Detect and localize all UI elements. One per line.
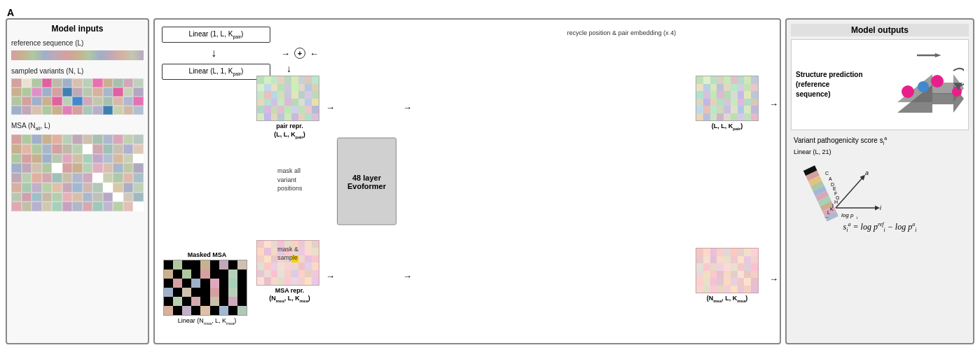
svg-line-19 bbox=[836, 176, 864, 208]
svg-text:E: E bbox=[833, 186, 836, 191]
arrow-out-2: → bbox=[769, 274, 778, 284]
left-panel: Model inputs reference sequence (L) samp… bbox=[6, 18, 149, 344]
linear-boxes: Linear (1, L, Kpair) ↓ Linear (L, 1, Kpa… bbox=[162, 27, 270, 80]
linear-out-label: Linear (L, 21) bbox=[794, 148, 831, 155]
linear-top-box: Linear (1, L, Kpair) bbox=[162, 27, 270, 43]
pair-repr-label: pair repr.(L, L, Kpair) bbox=[256, 122, 323, 140]
big-arrow-1 bbox=[917, 53, 941, 57]
svg-text:a: a bbox=[865, 169, 869, 176]
left-panel-title: Model inputs bbox=[11, 24, 144, 34]
main-container: A Model inputs reference sequence (L) sa… bbox=[0, 0, 980, 350]
middle-panel: Linear (1, L, Kpair) ↓ Linear (L, 1, Kpa… bbox=[153, 18, 781, 344]
variant-row-3 bbox=[11, 97, 144, 106]
output-pair-area: (L, L, Kpair) bbox=[696, 76, 759, 132]
output-pair-grid bbox=[696, 76, 759, 121]
structure-area: Structure prediction(reference sequence) bbox=[791, 39, 969, 130]
arrow-to-evo-2: → bbox=[326, 271, 335, 281]
svg-point-5 bbox=[918, 81, 929, 92]
structure-svg bbox=[894, 60, 964, 116]
score-area: Variant pathogenicity score sia Linear (… bbox=[791, 133, 969, 339]
variant-row-4 bbox=[11, 106, 144, 115]
svg-point-2 bbox=[902, 85, 914, 98]
structure-label: Structure prediction(reference sequence) bbox=[796, 70, 866, 99]
svg-text:K: K bbox=[830, 206, 834, 211]
mask-sample-label: mask &sample bbox=[277, 245, 298, 262]
svg-text:H: H bbox=[834, 200, 838, 204]
svg-text:i: i bbox=[857, 216, 857, 220]
output-pair-label: (L, L, Kpair) bbox=[696, 122, 759, 132]
evoformer-box: 48 layerEvoformer bbox=[337, 138, 396, 225]
output-msa-grid bbox=[696, 248, 759, 293]
linear-nmsa-label: Linear (Nmsa, L, Kmsa) bbox=[163, 317, 251, 326]
panel-label: A bbox=[7, 7, 14, 18]
formula: sia = log prefi − log pai bbox=[794, 221, 966, 233]
arrow-to-evo: → bbox=[326, 102, 335, 113]
svg-text:...: ... bbox=[824, 214, 829, 218]
svg-point-4 bbox=[952, 87, 962, 97]
msa-grid bbox=[11, 134, 144, 211]
score-title: Variant pathogenicity score sia bbox=[794, 136, 966, 146]
ref-seq-label: reference sequence (L) bbox=[11, 39, 144, 47]
plus-circle: + bbox=[294, 48, 305, 59]
msa-repr-label: MSA repr.(Nmsa, L, Kmsa) bbox=[256, 287, 323, 304]
plus-area: → + ← bbox=[281, 48, 319, 59]
svg-text:C: C bbox=[825, 171, 829, 176]
svg-text:A: A bbox=[829, 176, 832, 181]
score-strip-svg: i a log p i C A D E F bbox=[794, 155, 885, 222]
output-msa-area: (Nmsa, L, Kmsa) bbox=[696, 248, 759, 304]
structure-diagram bbox=[894, 53, 964, 116]
right-panel-title: Model outputs bbox=[791, 24, 969, 36]
plus-connector: ↓ bbox=[162, 46, 270, 60]
svg-point-3 bbox=[931, 75, 944, 88]
variants-grid bbox=[11, 78, 144, 115]
arrow-out-1: → bbox=[769, 99, 778, 109]
variant-row-2 bbox=[11, 88, 144, 97]
right-panel: Model outputs Structure prediction(refer… bbox=[785, 18, 974, 344]
score-strip-area: Linear (L, 21) bbox=[794, 148, 885, 218]
evoformer-label: 48 layerEvoformer bbox=[347, 173, 386, 190]
svg-text:i: i bbox=[880, 204, 882, 211]
arrow-row-1 bbox=[917, 53, 941, 57]
figure-area: Model inputs reference sequence (L) samp… bbox=[6, 6, 974, 344]
linear-bottom-box: Linear (L, 1, Kpair) bbox=[162, 64, 270, 80]
output-msa-label: (Nmsa, L, Kmsa) bbox=[696, 295, 759, 304]
score-visual: Linear (L, 21) bbox=[794, 148, 966, 218]
msa-label: MSA (Nall, L) bbox=[11, 122, 144, 131]
recycle-label: recycle position & pair embedding (x 4) bbox=[567, 29, 676, 36]
masked-msa-grid bbox=[163, 260, 247, 316]
arrow-from-evo-2: → bbox=[403, 271, 412, 281]
masked-msa-area: Masked MSA Linear (Nmsa, L, Kmsa) bbox=[163, 251, 251, 326]
mask-all-label: mask allvariantpositions bbox=[277, 167, 303, 193]
pair-repr-grid bbox=[256, 76, 319, 121]
down-arrow-1: ↓ bbox=[287, 63, 291, 74]
arrow-from-evo-1: → bbox=[403, 102, 412, 113]
pair-repr-area: pair repr.(L, L, Kpair) bbox=[256, 76, 323, 140]
svg-text:log p: log p bbox=[841, 212, 854, 218]
ref-seq-bar bbox=[11, 50, 144, 60]
masked-msa-title: Masked MSA bbox=[163, 251, 251, 258]
variants-label: sampled variants (N, L) bbox=[11, 67, 144, 75]
variant-row-1 bbox=[11, 78, 144, 88]
